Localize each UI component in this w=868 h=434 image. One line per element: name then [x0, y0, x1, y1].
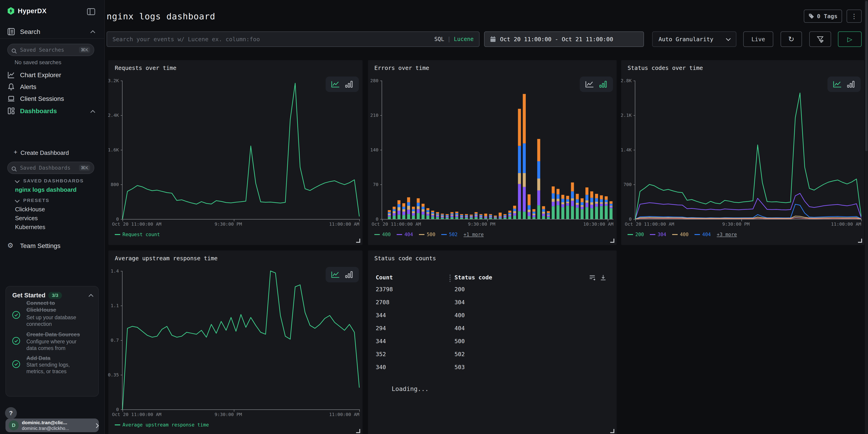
legend-item[interactable]: Average upstream response time [115, 422, 209, 428]
legend-item[interactable]: 500 [419, 232, 435, 237]
table-row[interactable]: 2708304 [368, 299, 617, 312]
column-drag-handle[interactable] [450, 275, 451, 282]
run-query-button[interactable]: ▷ [838, 31, 862, 47]
get-started-step-title[interactable]: Connect to ClickHouse [26, 300, 85, 313]
get-started-step-title[interactable]: Add Data [26, 355, 85, 362]
tags-button[interactable]: 0 Tags [804, 9, 842, 23]
y-axis-tick [380, 115, 382, 116]
x-axis-tick-label: 11:00:00 AM [831, 221, 861, 227]
granularity-select[interactable]: Auto Granularity [652, 31, 736, 47]
bar-segment-404 [590, 205, 593, 208]
bar-segment-500 [398, 207, 401, 211]
panel-resize-handle[interactable] [356, 429, 360, 433]
bar-segment-500 [518, 173, 521, 184]
legend-item[interactable]: 200 [627, 232, 644, 237]
bar-segment-503 [436, 212, 439, 214]
bar-segment-502 [412, 209, 415, 211]
download-icon[interactable] [600, 274, 607, 283]
legend-label: 404 [404, 232, 413, 237]
panel-title: Requests over time [115, 65, 177, 71]
bar-segment-400 [610, 208, 613, 219]
legend-label: 200 [635, 232, 644, 237]
y-axis-tick [380, 184, 382, 185]
x-axis-tick-label: 9:30:00 PM [215, 412, 242, 417]
sidebar-item-chart-explorer[interactable]: Chart Explorer [0, 70, 104, 81]
y-axis-tick-label: 0.7 [111, 337, 119, 343]
legend-item[interactable]: 502 [441, 232, 458, 237]
table-row[interactable]: 23798200 [368, 286, 617, 299]
legend-item[interactable]: 400 [672, 232, 689, 237]
filter-button[interactable] [809, 31, 831, 47]
event-search-input[interactable]: Search your events w/ Lucene ex. column:… [106, 31, 479, 47]
table-row[interactable]: 344500 [368, 338, 617, 351]
y-axis-tick [121, 375, 123, 375]
user-account-bar[interactable]: D dominic.tran@clic... dominic.tran@clic… [5, 418, 99, 432]
sidebar-item-dashboards[interactable]: Dashboards [0, 106, 104, 117]
time-range-picker[interactable]: Oct 20 11:00:00 - Oct 21 11:00:00 [484, 31, 644, 47]
panel-resize-handle[interactable] [356, 239, 360, 243]
no-saved-searches-text: No saved searches [14, 59, 61, 66]
chevron-up-icon[interactable] [89, 294, 93, 299]
sidebar-item-services[interactable]: Services [15, 215, 38, 222]
table-row[interactable]: 294404 [368, 325, 617, 338]
sidebar-collapse-icon[interactable] [87, 8, 95, 16]
legend-more-link[interactable]: +3 more [717, 232, 737, 237]
live-button[interactable]: Live [743, 31, 773, 47]
table-row[interactable]: 340503 [368, 364, 617, 377]
bar-segment-404 [427, 214, 429, 216]
search-icon [11, 47, 17, 53]
bar-segment-503 [518, 109, 521, 146]
legend-item[interactable]: 304 [650, 232, 666, 237]
bar-segment-503 [513, 206, 516, 209]
y-axis: 1.41.10.70.350 [108, 271, 120, 409]
saved-searches-input[interactable]: Saved Searches ⌘K [7, 44, 94, 56]
saved-dashboards-group[interactable]: SAVED DASHBOARDS [0, 177, 104, 185]
x-axis-tick-label: Oct 20 11:00:00 AM [112, 412, 161, 417]
wrap-text-icon[interactable] [589, 274, 596, 283]
chart-explorer-icon [7, 71, 15, 79]
panel-resize-handle[interactable] [610, 429, 614, 433]
refresh-button[interactable]: ↻ [781, 31, 802, 47]
bar-segment-502 [494, 217, 497, 217]
panel-resize-handle[interactable] [858, 239, 862, 243]
sidebar-item-client-sessions[interactable]: Client Sessions [0, 94, 104, 105]
help-button[interactable]: ? [5, 407, 17, 419]
sidebar-item-search[interactable]: Search [0, 26, 104, 38]
sql-toggle[interactable]: SQL [434, 36, 444, 42]
bar-segment-400 [499, 218, 502, 219]
x-axis-tick-label: 11:00:00 AM [329, 412, 359, 417]
legend-item[interactable]: Request count [115, 232, 160, 237]
sidebar-item-clickhouse[interactable]: ClickHouse [15, 206, 45, 213]
sidebar-item-alerts[interactable]: Alerts [0, 82, 104, 93]
plot-area [635, 81, 861, 219]
legend-color-dash [627, 234, 633, 235]
legend-item[interactable]: 400 [374, 232, 391, 237]
sidebar-item-nginx-logs-dashboard[interactable]: nginx logs dashboard [15, 186, 76, 193]
get-started-step-title[interactable]: Create Data Sources [26, 331, 85, 338]
column-header-status-code[interactable]: Status code [455, 274, 492, 281]
kebab-menu-button[interactable]: ⋮ [846, 9, 862, 23]
gear-icon: ⚙ [7, 241, 15, 249]
vertical-scrollbar[interactable] [865, 0, 868, 434]
panel-status-codes-over-time: Status codes over time 2.8K2.1K1.4K7000 … [621, 60, 864, 245]
bar-segment-400 [494, 218, 497, 219]
sidebar-item-team-settings[interactable]: ⚙ Team Settings [0, 241, 104, 252]
scrollbar-thumb[interactable] [865, 1, 868, 151]
column-header-count[interactable]: Count [376, 274, 393, 281]
create-dashboard-button[interactable]: + Create Dashboard [0, 148, 104, 158]
table-row[interactable]: 344400 [368, 312, 617, 325]
sidebar-item-kubernetes[interactable]: Kubernetes [15, 224, 45, 231]
legend-item[interactable]: 404 [397, 232, 413, 237]
presets-group[interactable]: PRESETS [0, 197, 104, 205]
table-row[interactable]: 352502 [368, 351, 617, 364]
time-range-value: Oct 20 11:00:00 - Oct 21 11:00:00 [500, 36, 613, 42]
saved-dashboards-input[interactable]: Saved Dashboards ⌘K [7, 162, 94, 174]
bar-segment-502 [474, 214, 477, 215]
panel-resize-handle[interactable] [610, 239, 614, 243]
legend-item[interactable]: 404 [694, 232, 711, 237]
lucene-toggle[interactable]: Lucene [454, 36, 474, 42]
bar-segment-503 [552, 186, 555, 193]
x-axis-tick [608, 219, 608, 221]
status-code-cell: 503 [455, 364, 465, 370]
legend-more-link[interactable]: +1 more [464, 232, 484, 237]
